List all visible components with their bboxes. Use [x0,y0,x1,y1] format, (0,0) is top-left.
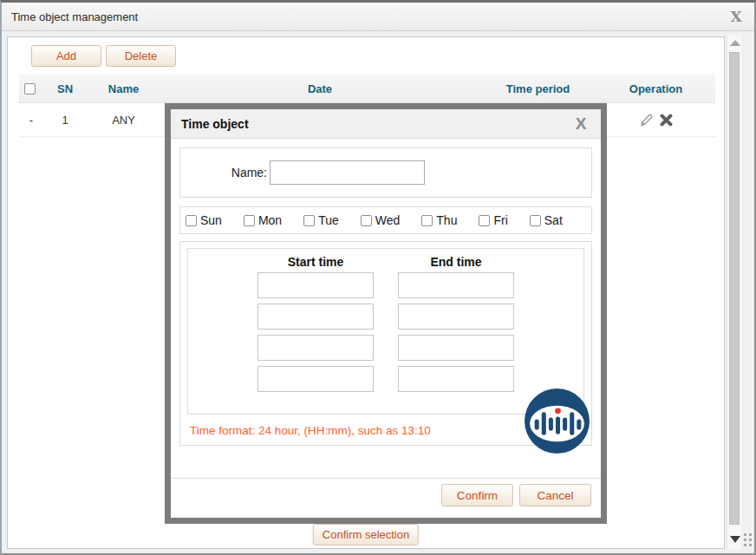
add-button[interactable]: Add [31,45,101,67]
wed-checkbox[interactable] [361,215,372,226]
end-time-input-4[interactable] [398,366,514,392]
table-header-row: SN Name Date Time period Operation [19,75,715,103]
day-wed: Wed [361,213,401,227]
delete-button[interactable]: Delete [106,45,176,67]
dialog-close-icon[interactable]: X [571,114,590,134]
column-header-sn: SN [43,82,87,95]
row-select-cell: - [19,114,43,127]
day-label: Sat [544,213,563,227]
start-time-input-3[interactable] [257,335,374,361]
dialog-footer: Confirm Cancel [441,484,591,506]
day-mon: Mon [244,213,282,227]
mon-checkbox[interactable] [244,215,255,226]
sun-checkbox[interactable] [186,215,197,226]
select-all-checkbox[interactable] [24,83,36,95]
day-label: Tue [318,213,339,227]
delete-icon[interactable] [660,114,673,127]
scroll-down-icon[interactable] [730,536,740,543]
end-time-input-3[interactable] [398,335,514,361]
start-time-column: Start time [257,253,374,397]
start-time-header: Start time [288,253,344,272]
day-label: Thu [436,213,457,227]
end-time-column: End time [398,253,514,397]
header-select-cell [19,82,43,95]
dialog-title: Time object [181,117,249,131]
tue-checkbox[interactable] [303,215,315,226]
day-label: Mon [258,213,282,227]
time-object-dialog: Time object X Name: Sun Mon Tue We [165,103,607,524]
resize-grip-icon[interactable] [743,526,754,549]
column-header-date: Date [160,82,479,95]
time-object-management-window: Time object management X Add Delete SN N… [0,0,756,555]
footer-divider [171,478,601,479]
day-tue: Tue [303,213,339,227]
column-header-operation: Operation [596,82,715,95]
row-name-cell: ANY [87,114,160,127]
row-operation-cell [596,113,715,127]
start-time-input-4[interactable] [257,366,374,392]
scroll-up-icon[interactable] [730,40,740,46]
column-header-name: Name [87,82,160,95]
start-time-input-1[interactable] [257,272,374,298]
edit-icon[interactable] [639,113,654,127]
vertical-scrollbar[interactable] [727,35,741,549]
thu-checkbox[interactable] [421,215,433,226]
name-section: Name: [179,147,592,198]
fri-checkbox[interactable] [479,215,490,226]
name-label: Name: [180,166,267,180]
days-section: Sun Mon Tue Wed Thu Fri [179,206,592,234]
scrollbar-thumb[interactable] [729,52,740,525]
day-sun: Sun [186,213,222,227]
end-time-header: End time [430,253,481,272]
day-label: Wed [375,213,401,227]
cancel-button[interactable]: Cancel [519,484,591,506]
confirm-selection-button[interactable]: Confirm selection [313,524,419,545]
row-sn-cell: 1 [43,114,87,127]
day-label: Sun [200,213,222,227]
confirm-button[interactable]: Confirm [441,484,513,506]
sat-checkbox[interactable] [530,215,541,226]
time-format-note: Time format: 24 hour, (HH:mm), such as 1… [190,424,431,437]
day-sat: Sat [530,213,563,227]
window-titlebar: Time object management [2,3,754,31]
window-title: Time object management [11,10,138,23]
window-close-icon[interactable]: X [727,7,745,26]
day-fri: Fri [479,213,507,227]
column-header-time-period: Time period [479,82,596,95]
day-thu: Thu [421,213,457,227]
end-time-input-2[interactable] [398,304,514,330]
name-input[interactable] [270,160,425,185]
end-time-input-1[interactable] [398,272,514,298]
start-time-input-2[interactable] [257,304,374,330]
brand-soundwave-logo-icon [524,388,590,454]
dialog-titlebar: Time object [171,109,601,139]
day-label: Fri [493,213,507,227]
